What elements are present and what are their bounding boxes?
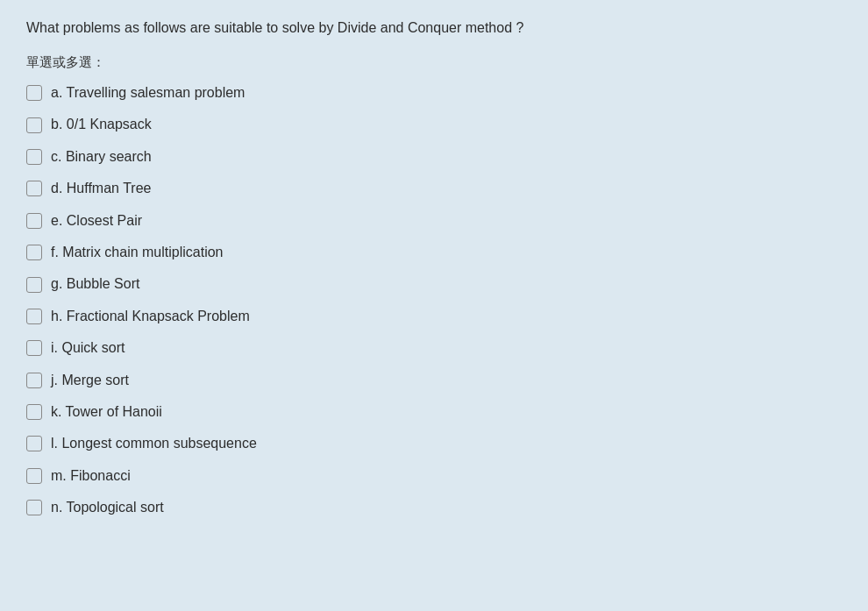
list-item: m. Fibonacci [26,466,842,486]
label-option-c: c. Binary search [51,147,152,167]
list-item: e. Closest Pair [26,211,842,231]
list-item: n. Topological sort [26,498,842,517]
list-item: i. Quick sort [26,338,842,358]
list-item: h. Fractional Knapsack Problem [26,307,842,326]
label-option-e: e. Closest Pair [51,211,142,231]
list-item: g. Bubble Sort [26,274,842,294]
instruction-text: 單選或多選： [26,54,842,71]
label-option-a: a. Travelling salesman problem [51,83,245,103]
list-item: f. Matrix chain multiplication [26,243,842,262]
label-option-g: g. Bubble Sort [51,274,139,294]
checkbox-option-f[interactable] [26,245,42,260]
checkbox-option-i[interactable] [26,340,42,356]
checkbox-option-k[interactable] [26,404,42,420]
list-item: j. Merge sort [26,371,842,390]
checkbox-option-g[interactable] [26,277,42,293]
checkbox-option-d[interactable] [26,181,42,196]
list-item: c. Binary search [26,147,842,167]
list-item: k. Tower of Hanoii [26,402,842,422]
label-option-b: b. 0/1 Knapsack [51,115,152,134]
list-item: a. Travelling salesman problem [26,83,842,103]
checkbox-option-l[interactable] [26,436,42,451]
list-item: l. Longest common subsequence [26,434,842,453]
label-option-m: m. Fibonacci [51,466,131,486]
question-text: What problems as follows are suitable to… [26,18,842,39]
label-option-f: f. Matrix chain multiplication [51,243,224,262]
label-option-l: l. Longest common subsequence [51,434,257,453]
checkbox-option-a[interactable] [26,85,42,101]
list-item: b. 0/1 Knapsack [26,115,842,134]
checkbox-option-j[interactable] [26,373,42,388]
label-option-i: i. Quick sort [51,338,125,358]
label-option-j: j. Merge sort [51,371,129,390]
label-option-k: k. Tower of Hanoii [51,402,162,422]
checkbox-option-b[interactable] [26,117,42,133]
checkbox-option-c[interactable] [26,149,42,165]
label-option-h: h. Fractional Knapsack Problem [51,307,250,326]
checkbox-option-h[interactable] [26,309,42,324]
list-item: d. Huffman Tree [26,179,842,198]
checkbox-option-m[interactable] [26,468,42,484]
checkbox-option-e[interactable] [26,213,42,229]
label-option-d: d. Huffman Tree [51,179,151,198]
checkbox-option-n[interactable] [26,500,42,515]
options-list: a. Travelling salesman problemb. 0/1 Kna… [26,83,842,517]
label-option-n: n. Topological sort [51,498,164,517]
